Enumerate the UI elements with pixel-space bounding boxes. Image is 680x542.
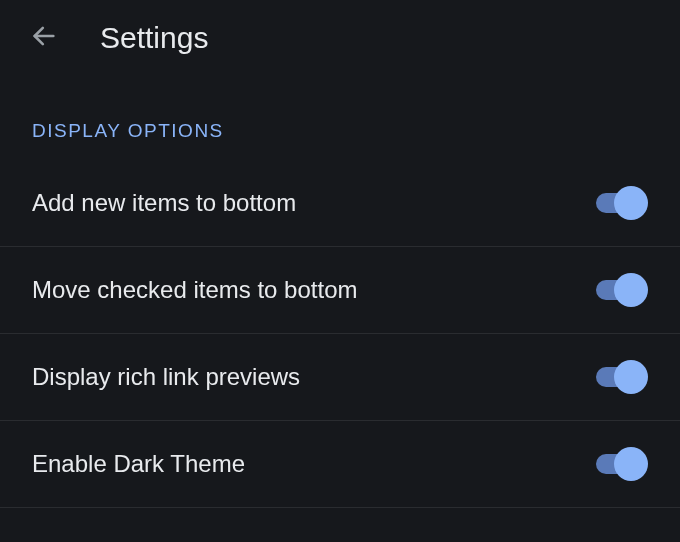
setting-row-display-rich-previews[interactable]: Display rich link previews	[0, 334, 680, 421]
setting-label: Add new items to bottom	[32, 189, 296, 217]
setting-label: Move checked items to bottom	[32, 276, 357, 304]
toggle-thumb	[614, 186, 648, 220]
toggle-thumb	[614, 447, 648, 481]
setting-row-enable-dark-theme[interactable]: Enable Dark Theme	[0, 421, 680, 508]
toggle-add-new-items[interactable]	[592, 186, 648, 220]
back-button[interactable]	[24, 18, 64, 58]
arrow-left-icon	[30, 22, 58, 54]
toggle-move-checked-items[interactable]	[592, 273, 648, 307]
toggle-thumb	[614, 360, 648, 394]
setting-label: Enable Dark Theme	[32, 450, 245, 478]
page-title: Settings	[100, 21, 208, 55]
setting-label: Display rich link previews	[32, 363, 300, 391]
toggle-thumb	[614, 273, 648, 307]
setting-row-move-checked-items[interactable]: Move checked items to bottom	[0, 247, 680, 334]
section-header-display-options: DISPLAY OPTIONS	[0, 76, 680, 160]
setting-row-add-new-items[interactable]: Add new items to bottom	[0, 160, 680, 247]
app-header: Settings	[0, 0, 680, 76]
toggle-enable-dark-theme[interactable]	[592, 447, 648, 481]
toggle-display-rich-previews[interactable]	[592, 360, 648, 394]
